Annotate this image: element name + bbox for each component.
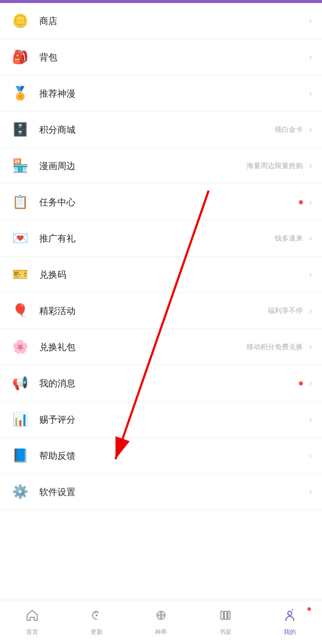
nav-home-icon xyxy=(25,608,39,626)
svg-rect-5 xyxy=(224,611,227,619)
bag-label: 背包 xyxy=(39,51,307,63)
rating-label: 赐予评分 xyxy=(39,414,307,426)
settings-label: 软件设置 xyxy=(39,486,307,498)
svg-rect-6 xyxy=(228,611,230,619)
merch-label: 漫画周边 xyxy=(39,160,247,172)
menu-item-recommend[interactable]: 🏅推荐神漫› xyxy=(0,75,322,112)
promo-icon: 💌 xyxy=(10,228,30,249)
activities-label: 精彩活动 xyxy=(39,305,268,317)
promo-sublabel: 钱多速来 xyxy=(275,234,303,243)
promo-chevron: › xyxy=(309,233,312,244)
tasks-chevron: › xyxy=(309,197,312,207)
svg-point-3 xyxy=(157,611,165,619)
promo-label: 推广有礼 xyxy=(39,232,275,245)
messages-dot xyxy=(299,381,303,385)
nav-mine-dot xyxy=(307,607,311,611)
bag-chevron: › xyxy=(309,52,312,62)
menu-item-code[interactable]: 🎫兑换码› xyxy=(0,257,322,293)
messages-chevron: › xyxy=(309,378,312,388)
rating-chevron: › xyxy=(309,414,312,425)
svg-point-7 xyxy=(288,611,292,615)
rating-icon: 📊 xyxy=(10,410,30,430)
recommend-icon: 🏅 xyxy=(10,84,30,104)
merch-sublabel: 海量周边限量抢购 xyxy=(247,162,303,171)
menu-item-rating[interactable]: 📊赐予评分› xyxy=(0,401,322,438)
menu-item-promo[interactable]: 💌推广有礼钱多速来› xyxy=(0,220,322,257)
points-mall-label: 积分商城 xyxy=(39,124,275,136)
messages-icon: 📢 xyxy=(10,373,30,393)
menu-item-tasks[interactable]: 📋任务中心› xyxy=(0,184,322,220)
nav-shelf-label: 书架 xyxy=(219,628,231,636)
recommend-chevron: › xyxy=(309,88,312,99)
help-chevron: › xyxy=(309,450,312,461)
nav-update-icon xyxy=(90,608,104,626)
tasks-icon: 📋 xyxy=(10,192,30,212)
page-wrapper: 🪙商店›🎒背包›🏅推荐神漫›🗄️积分商城领白金卡›🏪漫画周边海量周边限量抢购›📋… xyxy=(0,0,322,554)
nav-universe-label: 神界 xyxy=(155,628,167,636)
shop-icon: 🪙 xyxy=(10,11,30,31)
nav-shelf-icon xyxy=(218,608,232,626)
nav-universe-icon xyxy=(154,608,168,626)
code-chevron: › xyxy=(309,269,312,280)
nav-home-label: 首页 xyxy=(26,628,38,636)
activities-icon: 🎈 xyxy=(10,301,30,321)
merch-chevron: › xyxy=(309,160,312,171)
gifts-label: 兑换礼包 xyxy=(39,341,247,353)
nav-item-update[interactable]: 更新 xyxy=(64,604,129,640)
nav-item-home[interactable]: 首页 xyxy=(0,604,64,640)
tasks-dot xyxy=(299,200,303,204)
shop-label: 商店 xyxy=(39,15,307,27)
nav-item-shelf[interactable]: 书架 xyxy=(193,604,258,640)
menu-list: 🪙商店›🎒背包›🏅推荐神漫›🗄️积分商城领白金卡›🏪漫画周边海量周边限量抢购›📋… xyxy=(0,3,322,510)
tasks-label: 任务中心 xyxy=(39,196,299,208)
nav-item-universe[interactable]: 神界 xyxy=(129,604,193,640)
points-mall-sublabel: 领白金卡 xyxy=(275,125,303,134)
menu-item-gifts[interactable]: 🌸兑换礼包移动积分免费兑换› xyxy=(0,329,322,365)
menu-item-merch[interactable]: 🏪漫画周边海量周边限量抢购› xyxy=(0,148,322,184)
gifts-icon: 🌸 xyxy=(10,337,30,357)
menu-item-bag[interactable]: 🎒背包› xyxy=(0,39,322,75)
activities-chevron: › xyxy=(309,305,312,316)
nav-update-label: 更新 xyxy=(91,628,103,636)
code-icon: 🎫 xyxy=(10,265,30,285)
menu-item-activities[interactable]: 🎈精彩活动福利享不停› xyxy=(0,293,322,329)
nav-mine-label: 我的 xyxy=(284,628,296,636)
menu-item-shop[interactable]: 🪙商店› xyxy=(0,3,322,39)
svg-point-2 xyxy=(96,614,98,616)
nav-item-mine[interactable]: 我的 xyxy=(258,604,322,640)
points-mall-chevron: › xyxy=(309,124,312,135)
shop-chevron: › xyxy=(309,16,312,26)
bag-icon: 🎒 xyxy=(10,47,30,67)
help-label: 帮助反馈 xyxy=(39,450,307,462)
nav-mine-icon xyxy=(283,608,297,626)
messages-label: 我的消息 xyxy=(39,377,299,389)
bottom-nav: 首页 更新 神界 书架 我的 xyxy=(0,600,322,644)
code-label: 兑换码 xyxy=(39,269,307,281)
gifts-sublabel: 移动积分免费兑换 xyxy=(247,343,303,352)
help-icon: 📘 xyxy=(10,446,30,466)
merch-icon: 🏪 xyxy=(10,156,30,176)
activities-sublabel: 福利享不停 xyxy=(268,306,303,315)
menu-item-points-mall[interactable]: 🗄️积分商城领白金卡› xyxy=(0,112,322,148)
recommend-label: 推荐神漫 xyxy=(39,88,307,100)
gifts-chevron: › xyxy=(309,342,312,352)
settings-chevron: › xyxy=(309,487,312,497)
menu-item-messages[interactable]: 📢我的消息› xyxy=(0,365,322,401)
svg-rect-4 xyxy=(221,611,223,619)
points-mall-icon: 🗄️ xyxy=(10,120,30,140)
menu-item-settings[interactable]: ⚙️软件设置› xyxy=(0,474,322,510)
menu-item-help[interactable]: 📘帮助反馈› xyxy=(0,438,322,474)
settings-icon: ⚙️ xyxy=(10,482,30,502)
